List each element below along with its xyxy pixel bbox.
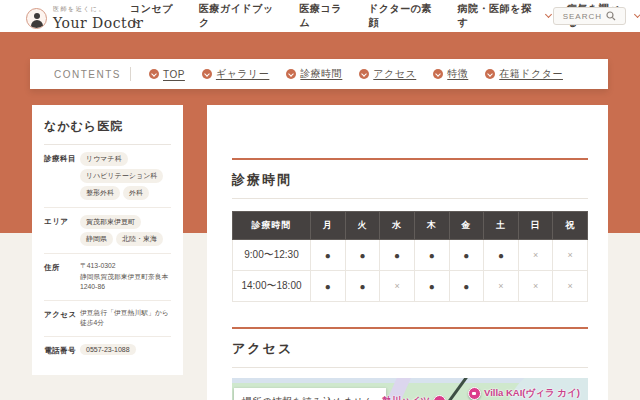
contents-link-gallery[interactable]: ギャラリー bbox=[202, 67, 269, 81]
contents-links: TOP ギャラリー 診療時間 アクセス 特徴 在籍ドクター bbox=[149, 67, 563, 81]
phone-number-tag: 0557-23-1088 bbox=[80, 344, 136, 355]
availability-mark: ● bbox=[449, 240, 484, 271]
contents-bar: CONTENTS TOP ギャラリー 診療時間 アクセス 特徴 在籍ドクター bbox=[30, 59, 608, 89]
availability-mark: ● bbox=[311, 271, 346, 302]
map-poi-atagawa-heights: 熱川ハイツ bbox=[382, 395, 446, 400]
contents-link-access[interactable]: アクセス bbox=[359, 67, 416, 81]
arrow-down-circle-icon bbox=[202, 69, 212, 79]
area-tag: 賀茂郡東伊豆町 bbox=[80, 215, 141, 229]
department-tag: 外科 bbox=[123, 186, 149, 200]
contents-link-doctors[interactable]: 在籍ドクター bbox=[485, 67, 563, 81]
hours-section: 診療時間 診療時間 月 火 水 木 金 土 日 祝 bbox=[232, 158, 588, 302]
availability-mark: ● bbox=[311, 240, 346, 271]
access-section-title: アクセス bbox=[232, 340, 588, 358]
department-tag: 整形外科 bbox=[80, 186, 120, 200]
access-section: アクセス 場所の情報を読み込めませんでした 熱川ハイツ Villa KAI(ヴィ… bbox=[232, 327, 588, 400]
clinic-row-access: アクセス 伊豆急行「伊豆熱川駅」から徒歩4分 bbox=[44, 301, 171, 337]
availability-mark: × bbox=[380, 271, 415, 302]
arrow-down-circle-icon bbox=[433, 69, 443, 79]
divider bbox=[232, 198, 588, 199]
clinic-access-text: 伊豆急行「伊豆熱川駅」から徒歩4分 bbox=[80, 308, 171, 329]
availability-mark: ● bbox=[380, 240, 415, 271]
divider bbox=[130, 67, 131, 81]
clinic-row-phone: 電話番号 0557-23-1088 bbox=[44, 337, 171, 363]
site-logo[interactable]: 医師を近くに。 Your Doctor bbox=[26, 5, 143, 31]
arrow-down-circle-icon bbox=[286, 69, 296, 79]
chevron-down-icon bbox=[634, 11, 640, 18]
row-label: 診療科目 bbox=[44, 152, 80, 200]
divider bbox=[232, 367, 588, 368]
arrow-down-circle-icon bbox=[485, 69, 495, 79]
hours-row-afternoon: 14:00〜18:00 ● ● × ● ● × × × bbox=[233, 271, 588, 302]
page: 医師を近くに。 Your Doctor コンセプト 医療ガイドブック 医療コラム… bbox=[0, 0, 640, 400]
row-label: 電話番号 bbox=[44, 344, 80, 356]
time-range: 14:00〜18:00 bbox=[233, 271, 311, 302]
contents-link-features[interactable]: 特徴 bbox=[433, 67, 468, 81]
clinic-row-address: 住所 〒413-0302 静岡県賀茂郡東伊豆町奈良本 1240-86 bbox=[44, 254, 171, 301]
clinic-name: なかむら医院 bbox=[44, 118, 171, 145]
contents-link-top[interactable]: TOP bbox=[149, 69, 185, 80]
chevron-down-icon bbox=[545, 11, 552, 18]
poi-label: 熱川ハイツ bbox=[382, 395, 430, 400]
col-header-tue: 火 bbox=[345, 212, 380, 240]
department-tag: リハビリテーション科 bbox=[80, 169, 163, 183]
contents-link-hours[interactable]: 診療時間 bbox=[286, 67, 342, 81]
availability-mark: ● bbox=[484, 240, 519, 271]
area-tag: 静岡県 bbox=[80, 232, 113, 246]
section-rule bbox=[232, 327, 588, 329]
map-poi-villa-kai: Villa KAI(ヴィラ カイ) bbox=[468, 387, 580, 400]
availability-mark: × bbox=[553, 271, 588, 302]
availability-mark: × bbox=[518, 240, 553, 271]
nav-item-column[interactable]: 医療コラム bbox=[300, 2, 353, 30]
nav-item-find-hospital[interactable]: 病院・医師を探す bbox=[458, 2, 551, 30]
availability-mark: × bbox=[518, 271, 553, 302]
clinic-row-departments: 診療科目 リウマチ科 リハビリテーション科 整形外科 外科 bbox=[44, 145, 171, 208]
col-header-hours: 診療時間 bbox=[233, 212, 311, 240]
arrow-down-circle-icon bbox=[149, 69, 159, 79]
main-panel: 診療時間 診療時間 月 火 水 木 金 土 日 祝 bbox=[207, 105, 608, 400]
map-pin-icon bbox=[468, 387, 481, 400]
search-button-label: SEARCH bbox=[563, 12, 602, 21]
availability-mark: ● bbox=[449, 271, 484, 302]
row-label: 住所 bbox=[44, 261, 80, 293]
availability-mark: ● bbox=[345, 271, 380, 302]
hours-row-morning: 9:00〜12:30 ● ● ● ● ● ● × × bbox=[233, 240, 588, 271]
department-tag: リウマチ科 bbox=[80, 152, 128, 166]
contents-label: CONTENTS bbox=[30, 69, 130, 80]
row-label: アクセス bbox=[44, 308, 80, 329]
map-pin-icon bbox=[433, 395, 446, 400]
clinic-address: 〒413-0302 静岡県賀茂郡東伊豆町奈良本 1240-86 bbox=[80, 261, 168, 293]
area-tag: 北陸・東海 bbox=[116, 232, 163, 246]
arrow-down-circle-icon bbox=[359, 69, 369, 79]
hours-table: 診療時間 月 火 水 木 金 土 日 祝 9:00〜12:30 ● bbox=[232, 211, 588, 302]
col-header-thu: 木 bbox=[414, 212, 449, 240]
col-header-mon: 月 bbox=[311, 212, 346, 240]
clinic-row-area: エリア 賀茂郡東伊豆町 静岡県 北陸・東海 bbox=[44, 208, 171, 254]
site-header: 医師を近くに。 Your Doctor コンセプト 医療ガイドブック 医療コラム… bbox=[0, 0, 640, 32]
nav-item-concept[interactable]: コンセプト bbox=[130, 2, 183, 30]
col-header-sat: 土 bbox=[484, 212, 519, 240]
availability-mark: ● bbox=[414, 271, 449, 302]
doctor-badge-icon bbox=[26, 8, 47, 29]
availability-mark: × bbox=[484, 271, 519, 302]
col-header-wed: 水 bbox=[380, 212, 415, 240]
nav-item-guidebook[interactable]: 医療ガイドブック bbox=[199, 2, 283, 30]
map-error-message: 場所の情報を読み込めませんでした bbox=[234, 388, 386, 400]
row-label: エリア bbox=[44, 215, 80, 246]
col-header-sun: 日 bbox=[518, 212, 553, 240]
poi-label: Villa KAI(ヴィラ カイ) bbox=[484, 387, 580, 400]
hours-table-header-row: 診療時間 月 火 水 木 金 土 日 祝 bbox=[233, 212, 588, 240]
col-header-fri: 金 bbox=[449, 212, 484, 240]
availability-mark: ● bbox=[345, 240, 380, 271]
time-range: 9:00〜12:30 bbox=[233, 240, 311, 271]
search-button[interactable]: SEARCH bbox=[553, 7, 626, 25]
nav-item-doctor-face[interactable]: ドクターの素顔 bbox=[368, 2, 442, 30]
col-header-holiday: 祝 bbox=[553, 212, 588, 240]
section-rule bbox=[232, 158, 588, 160]
search-icon bbox=[606, 11, 616, 21]
embedded-map[interactable]: 場所の情報を読み込めませんでした 熱川ハイツ Villa KAI(ヴィラ カイ)… bbox=[232, 378, 588, 400]
hours-section-title: 診療時間 bbox=[232, 171, 588, 189]
clinic-info-card: なかむら医院 診療科目 リウマチ科 リハビリテーション科 整形外科 外科 エリア… bbox=[32, 105, 183, 375]
availability-mark: × bbox=[553, 240, 588, 271]
availability-mark: ● bbox=[414, 240, 449, 271]
